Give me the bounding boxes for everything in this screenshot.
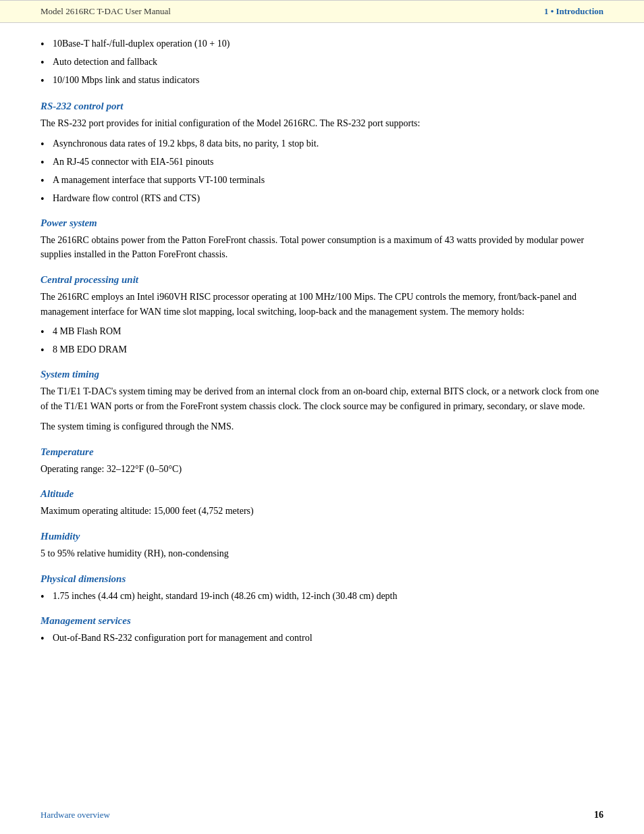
section-title-rs232: RS-232 control port [41, 101, 603, 112]
section-body-timing: The T1/E1 T-DAC's system timing may be d… [41, 384, 603, 413]
section-temperature: TemperatureOperating range: 32–122°F (0–… [41, 446, 603, 477]
page: Model 2616RC T-DAC User Manual 1 • Intro… [0, 0, 644, 834]
section-bullets-cpu: 4 MB Flash ROM8 MB EDO DRAM [41, 324, 603, 357]
section-management: Management servicesOut-of-Band RS-232 co… [41, 615, 603, 645]
section-body-humidity: 5 to 95% relative humidity (RH), non-con… [41, 546, 603, 561]
section-altitude: AltitudeMaximum operating altitude: 15,0… [41, 488, 603, 519]
bullet-item: An RJ-45 connector with EIA-561 pinouts [41, 155, 603, 169]
section-title-cpu: Central processing unit [41, 274, 603, 286]
bullet-item: Asynchronous data rates of 19.2 kbps, 8 … [41, 136, 603, 151]
section-bullets-rs232: Asynchronous data rates of 19.2 kbps, 8 … [41, 136, 603, 205]
section-body2-timing: The system timing is configured through … [41, 419, 603, 434]
bullet-item: 8 MB EDO DRAM [41, 342, 603, 357]
intro-bullet-item: 10/100 Mbps link and status indicators [41, 73, 603, 87]
main-content: 10Base-T half-/full-duplex operation (10… [0, 36, 644, 796]
section-title-dimensions: Physical dimensions [41, 573, 603, 585]
footer-left: Hardware overview [41, 810, 110, 820]
section-rs232: RS-232 control portThe RS-232 port provi… [41, 101, 603, 205]
section-power: Power systemThe 2616RC obtains power fro… [41, 217, 603, 262]
footer-right: 16 [594, 810, 603, 820]
section-bullets-management: Out-of-Band RS-232 configuration port fo… [41, 631, 603, 645]
intro-bullet-item: 10Base-T half-/full-duplex operation (10… [41, 36, 603, 51]
section-title-power: Power system [41, 217, 603, 229]
section-bullets-dimensions: 1.75 inches (4.44 cm) height, standard 1… [41, 589, 603, 603]
section-body-cpu: The 2616RC employs an Intel i960VH RISC … [41, 290, 603, 319]
header-bar: Model 2616RC T-DAC User Manual 1 • Intro… [0, 0, 644, 23]
header-right: 1 • Introduction [544, 6, 603, 17]
intro-bullet-item: Auto detection and fallback [41, 55, 603, 69]
section-body-power: The 2616RC obtains power from the Patton… [41, 233, 603, 262]
intro-bullet-list: 10Base-T half-/full-duplex operation (10… [41, 36, 603, 87]
section-body-temperature: Operating range: 32–122°F (0–50°C) [41, 462, 603, 477]
section-body-altitude: Maximum operating altitude: 15,000 feet … [41, 504, 603, 519]
section-title-temperature: Temperature [41, 446, 603, 458]
section-title-management: Management services [41, 615, 603, 627]
section-title-altitude: Altitude [41, 488, 603, 500]
section-cpu: Central processing unitThe 2616RC employ… [41, 274, 603, 357]
section-humidity: Humidity5 to 95% relative humidity (RH),… [41, 531, 603, 561]
bullet-item: Out-of-Band RS-232 configuration port fo… [41, 631, 603, 645]
section-title-timing: System timing [41, 369, 603, 380]
bullet-item: 4 MB Flash ROM [41, 324, 603, 338]
bullet-item: A management interface that supports VT-… [41, 173, 603, 187]
header-left: Model 2616RC T-DAC User Manual [41, 6, 171, 17]
section-body-rs232: The RS-232 port provides for initial con… [41, 116, 603, 131]
footer: Hardware overview 16 [0, 796, 644, 834]
sections-container: RS-232 control portThe RS-232 port provi… [41, 101, 603, 645]
section-dimensions: Physical dimensions1.75 inches (4.44 cm)… [41, 573, 603, 603]
section-title-humidity: Humidity [41, 531, 603, 542]
bullet-item: 1.75 inches (4.44 cm) height, standard 1… [41, 589, 603, 603]
bullet-item: Hardware flow control (RTS and CTS) [41, 191, 603, 205]
section-timing: System timingThe T1/E1 T-DAC's system ti… [41, 369, 603, 434]
